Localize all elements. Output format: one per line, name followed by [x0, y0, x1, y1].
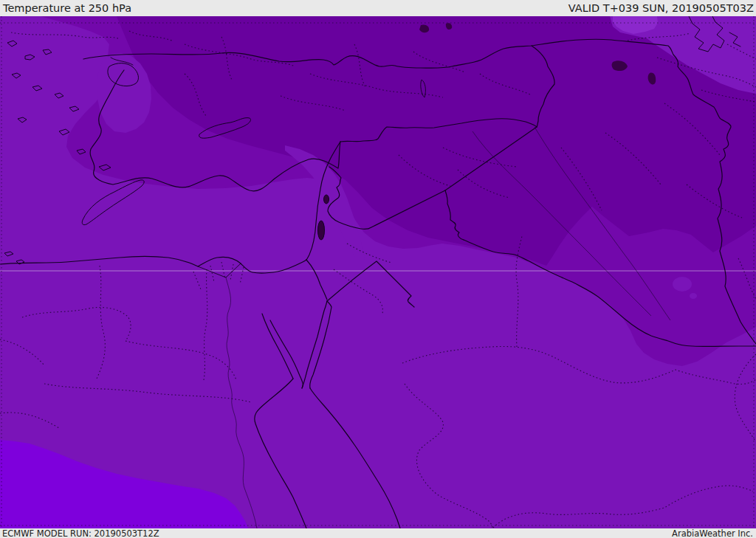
model-run-label: ECMWF MODEL RUN: 20190503T12Z	[2, 528, 159, 538]
warm-dot-saudi-small	[690, 293, 697, 299]
footer-bar: ECMWF MODEL RUN: 20190503T12Z ArabiaWeat…	[0, 528, 756, 538]
page-title: Temperature at 250 hPa	[3, 2, 131, 14]
header-bar: Temperature at 250 hPa VALID T+039 SUN, …	[0, 0, 756, 16]
credit-label: ArabiaWeather Inc.	[672, 528, 753, 538]
warm-dot-saudi	[673, 277, 692, 292]
valid-time-label: VALID T+039 SUN, 20190505T03Z	[568, 2, 754, 14]
weather-map	[0, 16, 756, 528]
dead-sea	[318, 221, 325, 240]
sea-of-galilee	[324, 195, 329, 204]
